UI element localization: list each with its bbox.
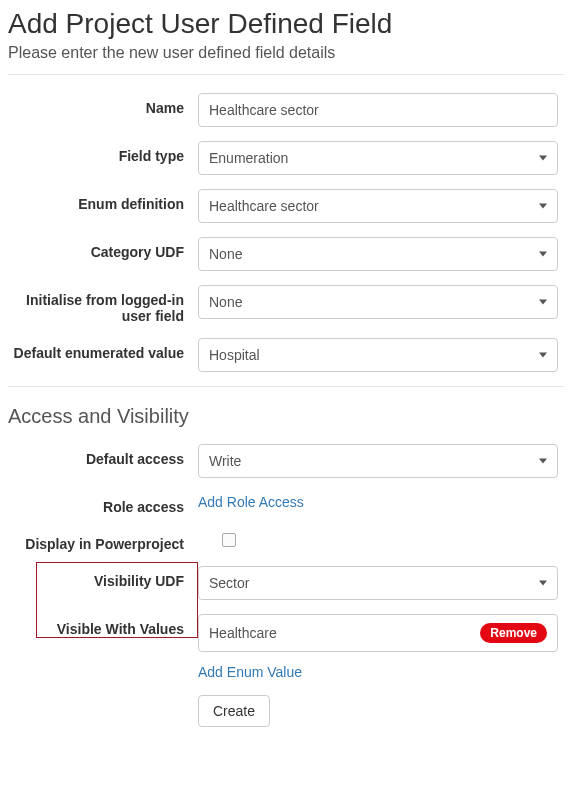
remove-button[interactable]: Remove: [480, 623, 547, 643]
category-udf-value: None: [209, 246, 242, 262]
enum-definition-label: Enum definition: [8, 189, 198, 212]
init-from-label: Initialise from logged-in user field: [8, 285, 198, 324]
divider: [8, 386, 564, 387]
field-type-select[interactable]: Enumeration: [198, 141, 558, 175]
visible-values-box: Healthcare Remove: [198, 614, 558, 652]
add-enum-value-link[interactable]: Add Enum Value: [198, 662, 302, 680]
init-from-value: None: [209, 294, 242, 310]
access-section-title: Access and Visibility: [8, 405, 564, 428]
enum-definition-select[interactable]: Healthcare sector: [198, 189, 558, 223]
category-udf-label: Category UDF: [8, 237, 198, 260]
field-type-label: Field type: [8, 141, 198, 164]
display-pp-label: Display in Powerproject: [8, 529, 198, 552]
default-access-label: Default access: [8, 444, 198, 467]
visibility-udf-label: Visibility UDF: [8, 566, 198, 589]
default-enum-value: Hospital: [209, 347, 260, 363]
enum-definition-value: Healthcare sector: [209, 198, 319, 214]
field-type-value: Enumeration: [209, 150, 288, 166]
visible-value-text: Healthcare: [209, 625, 277, 641]
category-udf-select[interactable]: None: [198, 237, 558, 271]
default-enum-label: Default enumerated value: [8, 338, 198, 361]
name-input[interactable]: [198, 93, 558, 127]
default-access-select[interactable]: Write: [198, 444, 558, 478]
visibility-udf-value: Sector: [209, 575, 249, 591]
visibility-udf-select[interactable]: Sector: [198, 566, 558, 600]
name-label: Name: [8, 93, 198, 116]
page-subtitle: Please enter the new user defined field …: [8, 44, 564, 62]
page-title: Add Project User Defined Field: [8, 8, 564, 40]
display-pp-checkbox[interactable]: [222, 533, 236, 547]
default-enum-select[interactable]: Hospital: [198, 338, 558, 372]
visible-with-label: Visible With Values: [8, 614, 198, 637]
default-access-value: Write: [209, 453, 241, 469]
init-from-select[interactable]: None: [198, 285, 558, 319]
add-role-access-link[interactable]: Add Role Access: [198, 492, 304, 510]
role-access-label: Role access: [8, 492, 198, 515]
create-button[interactable]: Create: [198, 695, 270, 727]
divider: [8, 74, 564, 75]
